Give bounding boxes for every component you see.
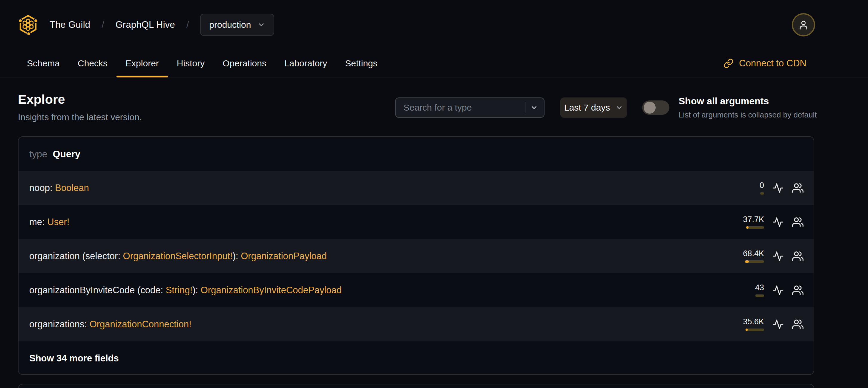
type-link[interactable]: OrganizationPayload [241, 251, 327, 261]
usage-stat: 35.6K [742, 318, 764, 331]
page-head: Explore Insights from the latest version… [18, 92, 142, 122]
tab-checks[interactable]: Checks [69, 50, 117, 77]
activity-icon[interactable] [772, 216, 784, 228]
tab-history[interactable]: History [168, 50, 214, 77]
users-icon[interactable] [792, 285, 804, 296]
usage-stat: 68.4K [742, 249, 764, 263]
breadcrumb-org[interactable]: The Guild [50, 20, 90, 30]
field-name: noop: [29, 183, 55, 193]
target-selector-value: production [209, 20, 251, 30]
request-count: 43 [755, 284, 764, 292]
connect-to-cdn-button[interactable]: Connect to CDN [723, 50, 806, 77]
table-row: noop: Boolean 0 [19, 171, 814, 205]
field-list: noop: Boolean 0 me: User! 37.7K [19, 171, 814, 341]
chevron-down-icon [257, 21, 265, 29]
toggle-knob [644, 101, 656, 114]
usage-stat: 0 [742, 181, 764, 195]
field-signature: organizations: OrganizationConnection! [29, 319, 191, 330]
type-link[interactable]: OrganizationSelectorInput! [123, 251, 233, 261]
usage-bar [745, 226, 764, 229]
request-count: 35.6K [743, 318, 764, 326]
field-name: ): [192, 285, 201, 295]
field-signature: noop: Boolean [29, 183, 89, 193]
user-menu-button[interactable] [792, 13, 815, 36]
breadcrumb-project[interactable]: GraphQL Hive [116, 20, 175, 30]
usage-bar [745, 294, 764, 297]
request-count: 37.7K [743, 215, 764, 223]
activity-icon[interactable] [772, 319, 784, 330]
table-row: organizationByInviteCode (code: String!)… [19, 273, 814, 307]
type-name: Query [53, 149, 80, 160]
breadcrumb: The Guild / GraphQL Hive / production [18, 14, 274, 36]
type-kind-keyword: type [29, 149, 47, 160]
usage-stat: 43 [742, 284, 764, 297]
field-name: organization (selector: [29, 251, 123, 261]
activity-icon[interactable] [772, 285, 784, 296]
toggle-label: Show all arguments [679, 96, 819, 107]
tab-operations[interactable]: Operations [214, 50, 275, 77]
link-icon [723, 58, 734, 68]
connect-to-cdn-label: Connect to CDN [739, 58, 806, 69]
period-select-value: Last 7 days [564, 102, 610, 113]
show-more-fields-button[interactable]: Show 34 more fields [19, 341, 814, 375]
field-signature: organizationByInviteCode (code: String!)… [29, 285, 342, 296]
table-row: organization (selector: OrganizationSele… [19, 239, 814, 273]
type-link[interactable]: OrganizationConnection! [90, 319, 191, 329]
field-signature: organization (selector: OrganizationSele… [29, 251, 327, 262]
top-bar: The Guild / GraphQL Hive / production [0, 0, 868, 50]
field-name: ): [233, 251, 241, 261]
search-input[interactable] [404, 102, 522, 113]
breadcrumb-separator: / [186, 20, 189, 30]
table-row: organizations: OrganizationConnection! 3… [19, 307, 814, 341]
type-link[interactable]: OrganizationByInviteCodePayload [201, 285, 342, 295]
field-stats: 35.6K [742, 318, 804, 331]
type-link[interactable]: User! [47, 217, 69, 227]
usage-bar [745, 260, 764, 263]
field-signature: me: User! [29, 217, 69, 228]
breadcrumb-separator: / [101, 20, 104, 30]
chevron-down-icon [615, 104, 623, 112]
type-link[interactable]: String! [166, 285, 193, 295]
chevron-down-icon[interactable] [530, 104, 538, 112]
users-icon[interactable] [792, 250, 804, 262]
field-name: organizationByInviteCode (code: [29, 285, 166, 295]
next-type-card [18, 384, 814, 388]
usage-bar [745, 192, 764, 195]
tab-laboratory[interactable]: Laboratory [275, 50, 336, 77]
tab-schema[interactable]: Schema [18, 50, 69, 77]
field-stats: 0 [742, 181, 804, 195]
users-icon[interactable] [792, 319, 804, 330]
table-row: me: User! 37.7K [19, 205, 814, 239]
period-select[interactable]: Last 7 days [560, 97, 627, 118]
field-name: me: [29, 217, 47, 227]
type-link[interactable]: Boolean [55, 183, 89, 193]
type-search-combobox [395, 97, 545, 118]
users-icon[interactable] [792, 182, 804, 194]
page-title: Explore [18, 92, 142, 107]
tab-bar: SchemaChecksExplorerHistoryOperationsLab… [0, 50, 868, 78]
field-stats: 37.7K [742, 215, 804, 229]
users-icon[interactable] [792, 216, 804, 228]
target-selector[interactable]: production [200, 14, 274, 36]
field-stats: 43 [742, 284, 804, 297]
show-all-arguments-toggle[interactable] [642, 100, 670, 115]
activity-icon[interactable] [772, 250, 784, 262]
request-count: 0 [760, 181, 764, 189]
usage-stat: 37.7K [742, 215, 764, 229]
usage-bar [745, 329, 764, 331]
type-card-header: type Query [19, 137, 814, 171]
request-count: 68.4K [743, 249, 764, 258]
field-stats: 68.4K [742, 249, 804, 263]
toggle-description: List of arguments is collapsed by defaul… [679, 110, 819, 120]
tab-settings[interactable]: Settings [336, 50, 386, 77]
divider [525, 102, 525, 113]
show-all-arguments-text: Show all arguments List of arguments is … [679, 96, 819, 120]
tab-explorer[interactable]: Explorer [117, 50, 168, 77]
activity-icon[interactable] [772, 182, 784, 194]
page-subtitle: Insights from the latest version. [18, 112, 142, 122]
user-icon [798, 19, 809, 30]
type-card: type Query noop: Boolean 0 me: User! [18, 136, 814, 375]
hive-honeycomb-icon[interactable] [18, 14, 38, 35]
field-name: organizations: [29, 319, 90, 329]
